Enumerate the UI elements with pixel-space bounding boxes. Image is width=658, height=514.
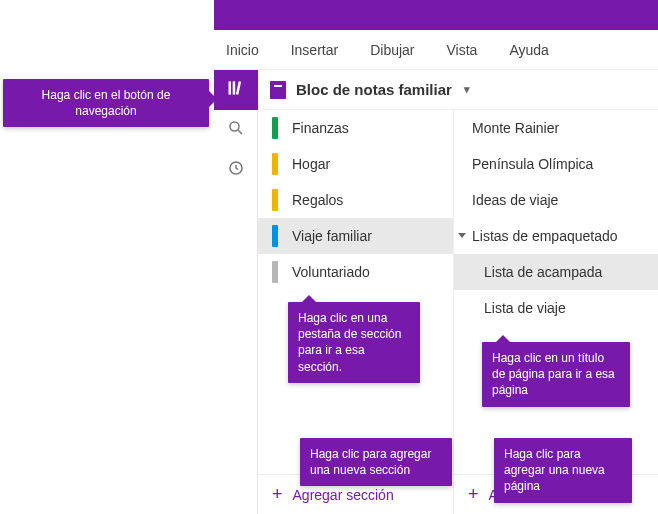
page-item-listas-de-empaquetado[interactable]: Listas de empaquetado [454,218,658,254]
plus-icon: + [468,484,479,505]
section-color-tab [272,225,278,247]
search-button[interactable] [214,110,258,150]
svg-rect-2 [236,81,241,95]
page-item-lista-de-viaje[interactable]: Lista de viaje [454,290,658,326]
section-color-tab [272,261,278,283]
svg-rect-0 [229,81,232,94]
page-item-ideas-de-viaje[interactable]: Ideas de viaje [454,182,658,218]
ribbon: Inicio Insertar Dibujar Vista Ayuda [214,30,658,70]
notebook-icon [270,81,286,99]
section-item-finanzas[interactable]: Finanzas [258,110,453,146]
section-label: Regalos [292,192,343,208]
page-item-monte-rainier[interactable]: Monte Rainier [454,110,658,146]
svg-rect-1 [233,81,236,94]
notebook-dropdown[interactable]: Bloc de notas familiar ▾ [258,70,658,110]
search-icon [227,119,245,141]
section-label: Voluntariado [292,264,370,280]
section-color-tab [272,189,278,211]
plus-icon: + [272,484,283,505]
tab-dibujar[interactable]: Dibujar [370,42,414,58]
page-item-lista-de-acampada[interactable]: Lista de acampada [454,254,658,290]
section-item-voluntariado[interactable]: Voluntariado [258,254,453,290]
svg-point-3 [230,122,239,131]
add-section-label: Agregar sección [293,487,394,503]
navigation-button[interactable] [214,70,258,110]
section-item-viaje-familiar[interactable]: Viaje familiar [258,218,453,254]
svg-line-4 [238,130,242,134]
tooltip-section: Haga clic en una pestaña de sección para… [288,302,420,383]
page-label: Península Olímpica [472,156,593,172]
section-item-hogar[interactable]: Hogar [258,146,453,182]
tooltip-navigation: Haga clic en el botón de navegación [3,79,209,127]
section-color-tab [272,117,278,139]
title-bar [214,0,658,30]
left-rail [214,70,258,514]
notebook-title: Bloc de notas familiar [296,81,452,98]
page-label: Lista de acampada [484,264,602,280]
recent-button[interactable] [214,150,258,190]
section-label: Finanzas [292,120,349,136]
tab-inicio[interactable]: Inicio [226,42,259,58]
tab-insertar[interactable]: Insertar [291,42,338,58]
page-label: Monte Rainier [472,120,559,136]
page-label: Ideas de viaje [472,192,558,208]
tooltip-add-section: Haga clic para agregar una nueva sección [300,438,452,486]
tab-ayuda[interactable]: Ayuda [509,42,548,58]
tooltip-page: Haga clic en un título de página para ir… [482,342,630,407]
tooltip-add-page: Haga clic para agregar una nueva página [494,438,632,503]
clock-icon [227,159,245,181]
tab-vista[interactable]: Vista [447,42,478,58]
page-label: Lista de viaje [484,300,566,316]
section-label: Hogar [292,156,330,172]
chevron-down-icon: ▾ [464,83,470,96]
page-label: Listas de empaquetado [472,228,618,244]
page-item-peninsula-olimpica[interactable]: Península Olímpica [454,146,658,182]
section-label: Viaje familiar [292,228,372,244]
section-color-tab [272,153,278,175]
section-item-regalos[interactable]: Regalos [258,182,453,218]
library-icon [226,78,246,102]
